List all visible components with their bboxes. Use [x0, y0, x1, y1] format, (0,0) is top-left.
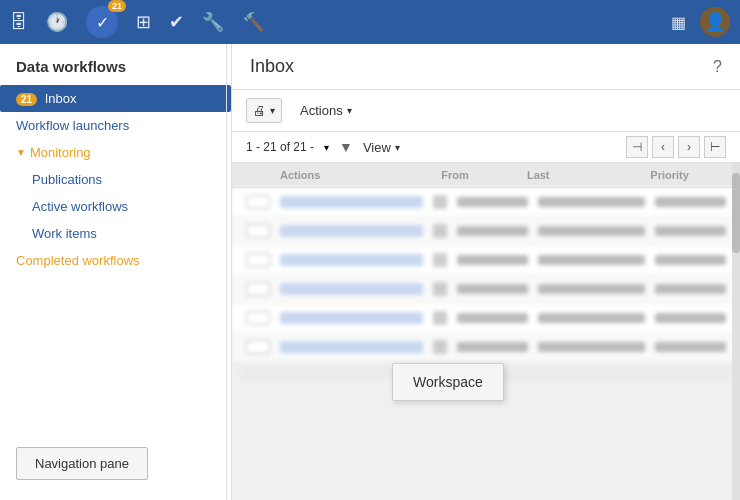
row-from-col: [457, 313, 528, 323]
row-checkbox[interactable]: [246, 282, 270, 296]
col-header-actions: Actions: [280, 169, 431, 181]
row-last-col: [538, 197, 645, 207]
nav-icons-right: ▦ 👤: [671, 7, 730, 37]
row-icon: [433, 253, 447, 267]
user-avatar[interactable]: 👤: [700, 7, 730, 37]
row-last-col: [538, 255, 645, 265]
filter-icon[interactable]: ▼: [339, 139, 353, 155]
inbox-check-symbol: ✓: [96, 13, 109, 32]
row-last-col: [538, 313, 645, 323]
col-header-last: Last: [527, 169, 640, 181]
inbox-badge: 21: [108, 0, 126, 12]
active-workflows-label: Active workflows: [32, 199, 128, 214]
nav-icons-left: 🗄 🕐 ✓ 21 ⊞ ✔ 🔧 🔨: [10, 6, 264, 38]
row-from-col: [457, 284, 528, 294]
work-items-label: Work items: [32, 226, 97, 241]
row-from-col: [457, 342, 528, 352]
row-icon: [433, 282, 447, 296]
row-link-col[interactable]: [280, 283, 423, 295]
sidebar-item-active-workflows[interactable]: Active workflows: [0, 193, 231, 220]
help-icon[interactable]: ?: [713, 58, 722, 76]
checkmark-icon[interactable]: ✔: [169, 11, 184, 33]
row-priority-col: [655, 197, 726, 207]
view-chevron-icon: ▾: [395, 142, 400, 153]
row-priority-col: [655, 313, 726, 323]
sidebar-item-workflow-launchers[interactable]: Workflow launchers: [0, 112, 231, 139]
page-title: Inbox: [250, 56, 294, 77]
row-link-col[interactable]: [280, 341, 423, 353]
row-checkbox[interactable]: [246, 311, 270, 325]
row-icon: [433, 340, 447, 354]
row-priority-col: [655, 226, 726, 236]
table-row[interactable]: [232, 188, 740, 217]
workspace-tooltip-text: Workspace: [413, 374, 483, 390]
inbox-nav-icon[interactable]: ✓ 21: [86, 6, 118, 38]
row-checkbox[interactable]: [246, 253, 270, 267]
row-priority-col: [655, 255, 726, 265]
row-from-col: [457, 197, 528, 207]
table-row[interactable]: [232, 304, 740, 333]
row-last-col: [538, 342, 645, 352]
pagination-chevron-icon[interactable]: ▾: [324, 142, 329, 153]
sidebar-item-publications[interactable]: Publications: [0, 166, 231, 193]
table-rows: [232, 188, 740, 380]
content-area: Inbox ? 🖨 ▾ Actions ▾ 1 - 21 of 21 - ▾ ▼…: [232, 44, 740, 500]
sidebar-item-work-items[interactable]: Work items: [0, 220, 231, 247]
avatar-image: 👤: [704, 11, 726, 33]
grid-view-icon[interactable]: ▦: [671, 13, 686, 32]
actions-button[interactable]: Actions ▾: [294, 99, 358, 122]
prev-page-button[interactable]: ‹: [652, 136, 674, 158]
row-icon: [433, 224, 447, 238]
vertical-scrollbar[interactable]: [732, 163, 740, 500]
inbox-count-badge: 21: [16, 93, 37, 106]
sidebar-item-completed-workflows[interactable]: Completed workflows: [0, 247, 231, 274]
table-row[interactable]: [232, 217, 740, 246]
toolbar: 🖨 ▾ Actions ▾: [232, 90, 740, 132]
row-link-col[interactable]: [280, 254, 423, 266]
row-from-col: [457, 226, 528, 236]
monitoring-chevron-icon: ▼: [16, 147, 26, 158]
row-icon: [433, 195, 447, 209]
last-page-button[interactable]: ⊢: [704, 136, 726, 158]
col-header-from: From: [441, 169, 517, 181]
sidebar-item-monitoring[interactable]: ▼ Monitoring: [0, 139, 231, 166]
row-link-col[interactable]: [280, 225, 423, 237]
row-checkbox[interactable]: [246, 195, 270, 209]
scrollbar-thumb[interactable]: [732, 173, 740, 253]
print-button[interactable]: 🖨 ▾: [246, 98, 282, 123]
row-from-col: [457, 255, 528, 265]
next-page-button[interactable]: ›: [678, 136, 700, 158]
tool-icon[interactable]: 🔨: [242, 11, 264, 33]
row-link-col[interactable]: [280, 196, 423, 208]
completed-workflows-label: Completed workflows: [16, 253, 140, 268]
pagination-text: 1 - 21 of 21 -: [246, 140, 314, 154]
sidebar-item-inbox[interactable]: 21 Inbox: [0, 85, 231, 112]
row-last-col: [538, 226, 645, 236]
navigation-pane-button[interactable]: Navigation pane: [16, 447, 148, 480]
row-checkbox[interactable]: [246, 340, 270, 354]
table-row[interactable]: [232, 333, 740, 362]
workspace-tooltip: Workspace: [392, 363, 504, 401]
clock-icon[interactable]: 🕐: [46, 11, 68, 33]
row-priority-col: [655, 342, 726, 352]
col-header-priority: Priority: [650, 169, 726, 181]
row-checkbox[interactable]: [246, 224, 270, 238]
print-chevron-icon: ▾: [270, 105, 275, 116]
sidebar-resize-handle[interactable]: [226, 44, 231, 500]
pagination-nav: ⊣ ‹ › ⊢: [626, 136, 726, 158]
top-navigation: 🗄 🕐 ✓ 21 ⊞ ✔ 🔧 🔨 ▦ 👤: [0, 0, 740, 44]
view-dropdown[interactable]: View ▾: [363, 140, 400, 155]
pagination-bar: 1 - 21 of 21 - ▾ ▼ View ▾ ⊣ ‹ › ⊢: [232, 132, 740, 163]
wrench-icon[interactable]: 🔧: [202, 11, 224, 33]
print-icon: 🖨: [253, 103, 266, 118]
database-icon[interactable]: 🗄: [10, 12, 28, 33]
workflow-launchers-label: Workflow launchers: [16, 118, 129, 133]
first-page-button[interactable]: ⊣: [626, 136, 648, 158]
table-row[interactable]: [232, 275, 740, 304]
col-header-check: [246, 169, 270, 181]
sidebar-footer: Navigation pane: [0, 435, 231, 500]
table-row[interactable]: [232, 246, 740, 275]
workflow-grid-icon[interactable]: ⊞: [136, 11, 151, 33]
row-link-col[interactable]: [280, 312, 423, 324]
view-label: View: [363, 140, 391, 155]
